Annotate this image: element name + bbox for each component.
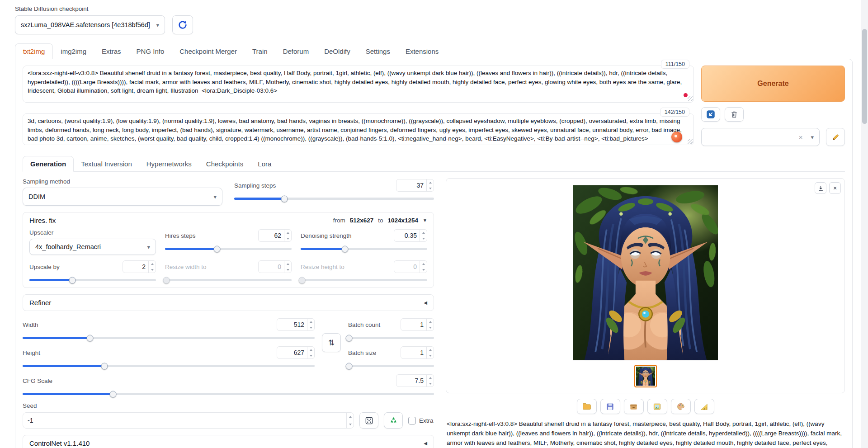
number-spinner[interactable] (307, 347, 314, 358)
swap-dimensions-button[interactable]: ⇅ (322, 333, 341, 352)
number-spinner[interactable] (346, 413, 354, 428)
slider-handle[interactable] (345, 363, 352, 369)
tab-extras[interactable]: Extras (94, 44, 129, 59)
batch-size-slider[interactable] (348, 365, 434, 367)
denoising-strength-input[interactable]: 0.35 (394, 229, 427, 242)
subtab-hypernetworks[interactable]: Hypernetworks (139, 156, 199, 171)
number-spinner[interactable] (426, 347, 434, 358)
refresh-checkpoint-button[interactable] (172, 15, 193, 34)
number-spinner[interactable] (307, 319, 314, 330)
upscale-by-input[interactable]: 2 (123, 260, 156, 273)
prompt-extension-badge[interactable] (671, 132, 682, 142)
resize-width-label: Resize width to (165, 264, 207, 270)
denoising-strength-slider[interactable] (301, 248, 427, 250)
gallery-box: × (446, 178, 845, 393)
number-spinner (284, 261, 291, 273)
spinner-up-icon (284, 230, 291, 236)
styles-dropdown[interactable]: × ▾ (701, 128, 820, 146)
positive-prompt-input[interactable]: <lora:sxz-night-elf-v3:0.8> Beautiful sh… (23, 66, 694, 103)
number-spinner[interactable] (148, 261, 156, 273)
sampling-steps-input[interactable]: 37 (396, 179, 434, 192)
open-folder-button[interactable] (577, 399, 597, 414)
clear-styles-icon[interactable]: × (799, 133, 803, 141)
tab-settings[interactable]: Settings (358, 44, 398, 59)
sampling-steps-slider[interactable] (234, 198, 434, 200)
slider-handle[interactable] (213, 245, 220, 252)
edit-styles-button[interactable] (826, 128, 845, 146)
thumbnail-selected[interactable] (634, 365, 657, 387)
number-spinner[interactable] (420, 230, 427, 241)
clear-prompt-button[interactable] (725, 107, 744, 122)
batch-size-input[interactable]: 1 (401, 346, 434, 359)
width-input[interactable]: 512 (277, 318, 315, 331)
slider-handle[interactable] (86, 335, 93, 341)
save-zip-button[interactable] (624, 399, 644, 414)
send-to-extras-button[interactable] (694, 399, 714, 414)
batch-count-input[interactable]: 1 (401, 318, 434, 331)
number-spinner[interactable] (426, 319, 434, 330)
slider-handle[interactable] (345, 335, 352, 341)
height-slider[interactable] (23, 365, 315, 367)
controlnet-header[interactable]: ControlNet v1.1.410 ◀ (23, 435, 434, 448)
cfg-scale-slider[interactable] (23, 393, 434, 395)
scrollbar-thumb[interactable] (862, 29, 867, 124)
upscaler-group: Upscaler 4x_foolhardy_Remacri ▾ (29, 229, 156, 255)
subtab-textual-inversion[interactable]: Textual Inversion (74, 156, 139, 171)
hires-steps-input[interactable]: 62 (258, 229, 292, 242)
checkpoint-dropdown[interactable]: sxzLuma_098VAE.safetensors [4e318bf56d] … (15, 15, 165, 34)
paste-params-button[interactable] (701, 107, 720, 122)
slider-handle[interactable] (69, 277, 76, 283)
height-group: Height 627 (23, 346, 315, 367)
send-to-img2img-button[interactable] (647, 399, 667, 414)
slider-handle[interactable] (342, 245, 349, 252)
reuse-seed-button[interactable] (384, 412, 403, 429)
save-image-button[interactable] (600, 399, 620, 414)
upscale-by-slider[interactable] (29, 279, 156, 281)
recycle-icon (389, 416, 398, 425)
cfg-scale-input[interactable]: 7.5 (396, 374, 434, 387)
extra-seed-checkbox[interactable]: Extra (408, 417, 434, 424)
sampling-method-dropdown[interactable]: DDIM ▾ (23, 188, 222, 206)
hires-to-value: 1024x1254 (388, 217, 419, 224)
seed-group: Seed -1 (23, 402, 434, 429)
hires-fix-header[interactable]: Hires. fix from 512x627 to 1024x1254 ▼ (23, 212, 434, 228)
spinner-down-icon (307, 325, 314, 330)
height-input[interactable]: 627 (277, 346, 315, 359)
settings-column: Sampling method DDIM ▾ Sampling steps 37 (23, 178, 434, 448)
random-seed-button[interactable] (359, 412, 378, 429)
number-spinner[interactable] (284, 230, 291, 241)
width-slider[interactable] (23, 337, 315, 339)
tab-checkpoint-merger[interactable]: Checkpoint Merger (172, 44, 245, 59)
subtab-generation[interactable]: Generation (23, 156, 74, 172)
negative-prompt-input[interactable]: 3d, cartoons, (worst quality:1.9), (low … (23, 113, 694, 145)
sub-tabbar: Generation Textual Inversion Hypernetwor… (23, 156, 845, 172)
slider-handle[interactable] (281, 195, 288, 202)
cfg-scale-group: CFG Scale 7.5 (23, 374, 434, 395)
tab-train[interactable]: Train (245, 44, 275, 59)
send-to-inpaint-button[interactable] (671, 399, 691, 414)
seed-input[interactable]: -1 (23, 412, 354, 429)
slider-handle[interactable] (101, 363, 108, 369)
generate-button[interactable]: Generate (701, 66, 845, 102)
number-spinner[interactable] (426, 179, 434, 191)
close-gallery-button[interactable]: × (829, 182, 841, 194)
batch-count-slider[interactable] (348, 337, 434, 339)
number-spinner[interactable] (426, 375, 434, 387)
tab-deoldify[interactable]: DeOldify (316, 44, 358, 59)
tab-txt2img[interactable]: txt2img (15, 43, 53, 59)
subtab-lora[interactable]: Lora (250, 156, 278, 171)
slider-handle[interactable] (110, 391, 117, 397)
hires-steps-slider[interactable] (165, 248, 292, 250)
checkbox-icon[interactable] (408, 417, 416, 424)
dimensions-section: Width 512 (23, 318, 434, 367)
tab-extensions[interactable]: Extensions (398, 44, 446, 59)
download-image-button[interactable] (815, 182, 826, 194)
refiner-header[interactable]: Refiner ◀ (23, 295, 434, 311)
page-scrollbar[interactable] (861, 0, 868, 448)
tab-png-info[interactable]: PNG Info (129, 44, 172, 59)
upscaler-dropdown[interactable]: 4x_foolhardy_Remacri ▾ (29, 239, 156, 255)
tab-deforum[interactable]: Deforum (275, 44, 317, 59)
generated-image[interactable] (573, 185, 718, 360)
tab-img2img[interactable]: img2img (53, 44, 94, 59)
subtab-checkpoints[interactable]: Checkpoints (199, 156, 251, 171)
